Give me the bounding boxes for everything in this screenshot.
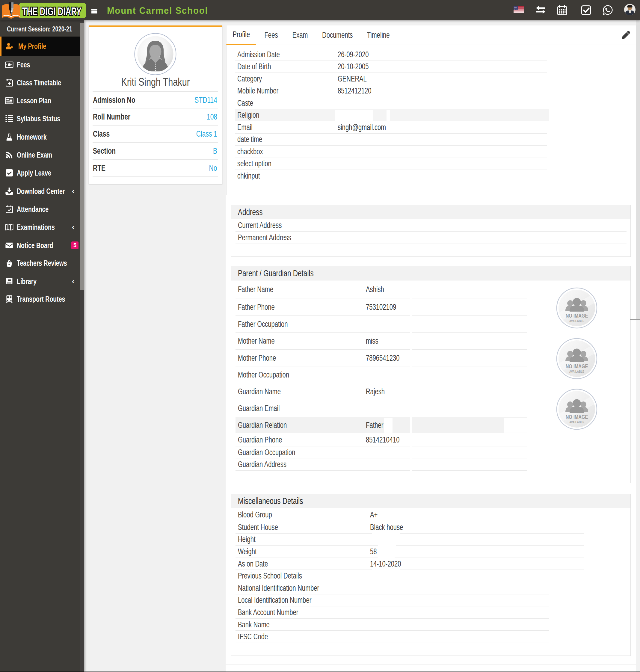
svg-text:THE DIGI DIARY: THE DIGI DIARY [22, 5, 82, 18]
